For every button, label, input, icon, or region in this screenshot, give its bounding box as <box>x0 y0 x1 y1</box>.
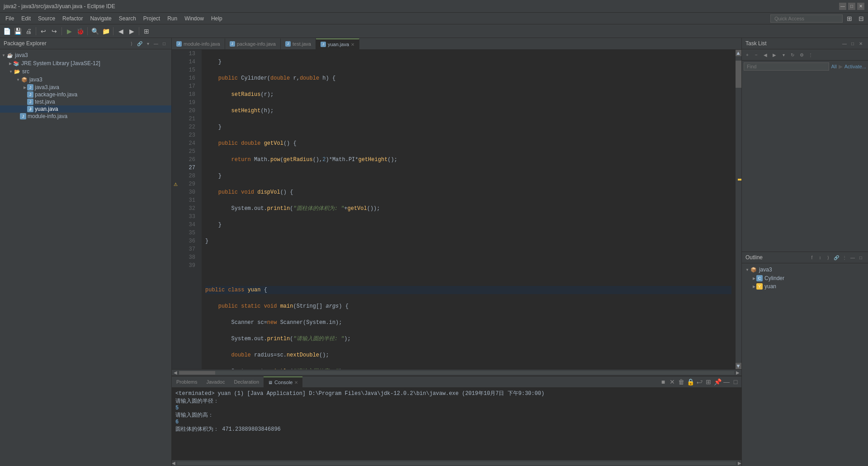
code-editor[interactable]: ⚠ 13 14 15 16 17 18 19 <box>172 50 741 369</box>
tab-package-info[interactable]: J package-info.java <box>225 38 281 49</box>
h-scroll-track[interactable] <box>179 371 734 375</box>
menu-file[interactable]: File <box>2 14 18 23</box>
open-console-button[interactable]: ⊞ <box>704 378 712 386</box>
outline-collapse-btn[interactable]: ⟩ <box>825 254 832 261</box>
menu-project[interactable]: Project <box>140 14 164 23</box>
console-scrollbar[interactable]: ◀ ▶ <box>172 460 741 466</box>
outline-item-java3[interactable]: ▼ 📦 java3 <box>744 265 866 274</box>
word-wrap-button[interactable]: ⮐ <box>695 378 703 386</box>
menu-navigate[interactable]: Navigate <box>86 14 115 23</box>
task-more-btn[interactable]: ⋮ <box>807 51 814 58</box>
scroll-down-button[interactable]: ▼ <box>736 363 741 369</box>
outline-link-btn[interactable]: 🔗 <box>833 254 840 261</box>
open-type-button[interactable]: 🔍 <box>90 26 100 36</box>
open-resource-button[interactable]: 📁 <box>101 26 111 36</box>
tab-close-yuan[interactable]: ✕ <box>351 42 354 47</box>
tab-yuan[interactable]: J yuan.java ✕ <box>316 38 359 49</box>
tree-item-package-info[interactable]: ▶ J package-info.java <box>0 91 171 98</box>
debug-button[interactable]: 🐞 <box>75 26 85 36</box>
task-close-btn[interactable]: ✕ <box>857 40 864 47</box>
tab-test[interactable]: J test.java <box>281 38 316 49</box>
task-prev-btn[interactable]: ◀ <box>762 51 769 58</box>
scroll-right-icon[interactable]: ▶ <box>736 370 740 375</box>
menu-window[interactable]: Window <box>181 14 208 23</box>
console-scroll-track[interactable] <box>177 461 736 465</box>
tree-item-test-java[interactable]: ▶ J test.java <box>0 98 171 105</box>
menu-edit[interactable]: Edit <box>18 14 34 23</box>
remove-launch-button[interactable]: ✕ <box>668 378 676 386</box>
tree-item-java3-java[interactable]: ▶ J java3.java <box>0 84 171 91</box>
task-filter-btn[interactable]: ▾ <box>780 51 787 58</box>
minimize-console-button[interactable]: — <box>722 378 731 386</box>
task-maximize-btn[interactable]: □ <box>849 40 856 47</box>
terminate-button[interactable]: ■ <box>659 378 667 386</box>
perspective-button[interactable]: ⊞ <box>142 26 151 36</box>
close-button[interactable]: ✕ <box>857 3 864 10</box>
tree-item-jre[interactable]: ▶ 📚 JRE System Library [JavaSE-12] <box>0 59 171 67</box>
tab-close-console[interactable]: ✕ <box>294 380 298 385</box>
task-activate-button[interactable]: Activate... <box>844 64 866 69</box>
run-button[interactable]: ▶ <box>64 26 74 36</box>
tab-console[interactable]: 🖥 Console ✕ <box>264 376 302 387</box>
tree-item-java3-proj[interactable]: ▼ ☕ java3 <box>0 51 171 59</box>
tab-module-info[interactable]: J module-info.java <box>172 38 225 49</box>
collapse-all-button[interactable]: ⟩ <box>128 40 135 47</box>
task-delete-btn[interactable]: − <box>753 51 760 58</box>
tree-item-yuan-java[interactable]: ▶ J yuan.java <box>0 105 171 113</box>
h-scroll-thumb[interactable] <box>179 371 215 375</box>
new-button[interactable]: 📄 <box>2 26 12 36</box>
task-new-btn[interactable]: + <box>744 51 751 58</box>
outline-item-cylinder[interactable]: ▶ C Cylinder <box>744 274 866 282</box>
maximize-button[interactable]: □ <box>848 3 855 10</box>
outline-hide-fields-btn[interactable]: f <box>808 254 816 261</box>
toolbar-icon-btn1[interactable]: ⊞ <box>844 14 854 24</box>
tree-item-java3-pkg[interactable]: ▼ 📦 java3 <box>0 76 171 84</box>
prev-edit-button[interactable]: ◀ <box>116 26 126 36</box>
next-edit-button[interactable]: ▶ <box>127 26 137 36</box>
outline-sort-btn[interactable]: ↕ <box>816 254 824 261</box>
print-button[interactable]: 🖨 <box>24 26 33 36</box>
code-content[interactable]: } public Cylinder(double r,double h) { s… <box>202 50 735 369</box>
outline-more-btn[interactable]: ⋮ <box>841 254 848 261</box>
menu-help[interactable]: Help <box>208 14 226 23</box>
redo-button[interactable]: ↪ <box>49 26 59 36</box>
minimize-panel-button[interactable]: — <box>152 40 160 47</box>
pin-console-button[interactable]: 📌 <box>713 378 722 386</box>
outline-minimize-btn[interactable]: — <box>849 254 856 261</box>
maximize-console-button[interactable]: □ <box>731 378 740 386</box>
task-minimize-btn[interactable]: — <box>841 40 848 47</box>
tab-problems[interactable]: Problems <box>172 376 202 387</box>
task-settings-btn[interactable]: ⚙ <box>798 51 805 58</box>
view-menu-button[interactable]: ▾ <box>144 40 151 47</box>
toolbar-icon-btn2[interactable]: ⊟ <box>856 14 866 24</box>
tab-declaration[interactable]: Declaration <box>229 376 264 387</box>
scroll-up-button[interactable]: ▲ <box>736 50 741 56</box>
menu-run[interactable]: Run <box>164 14 181 23</box>
save-button[interactable]: 💾 <box>13 26 23 36</box>
task-next-btn[interactable]: ▶ <box>771 51 778 58</box>
tree-item-module-info[interactable]: ▶ J module-info.java <box>0 113 171 120</box>
tree-item-src[interactable]: ▼ 📂 src <box>0 67 171 76</box>
scroll-lock-button[interactable]: 🔒 <box>686 378 694 386</box>
link-editor-button[interactable]: 🔗 <box>136 40 143 47</box>
task-all-button[interactable]: All <box>831 64 836 69</box>
menu-source[interactable]: Source <box>34 14 59 23</box>
clear-console-button[interactable]: 🗑 <box>677 378 685 386</box>
vertical-scrollbar[interactable]: ▲ ▼ <box>735 50 741 369</box>
console-scroll-right[interactable]: ▶ <box>738 461 741 466</box>
outline-item-yuan[interactable]: ▶ Y yuan <box>744 282 866 290</box>
menu-refactor[interactable]: Refactor <box>59 14 86 23</box>
task-find-input[interactable] <box>744 62 829 71</box>
quick-access-input[interactable] <box>770 14 843 23</box>
scroll-track[interactable] <box>736 56 741 363</box>
tab-javadoc[interactable]: Javadoc <box>202 376 229 387</box>
minimize-button[interactable]: — <box>839 3 846 10</box>
maximize-panel-button[interactable]: □ <box>160 40 168 47</box>
outline-maximize-btn[interactable]: □ <box>857 254 864 261</box>
scroll-thumb[interactable] <box>736 61 741 88</box>
undo-button[interactable]: ↩ <box>38 26 48 36</box>
horizontal-scrollbar[interactable]: ◀ ▶ <box>172 369 741 376</box>
scroll-left-icon[interactable]: ◀ <box>174 370 177 375</box>
menu-search[interactable]: Search <box>115 14 140 23</box>
task-sync-btn[interactable]: ↻ <box>789 51 796 58</box>
